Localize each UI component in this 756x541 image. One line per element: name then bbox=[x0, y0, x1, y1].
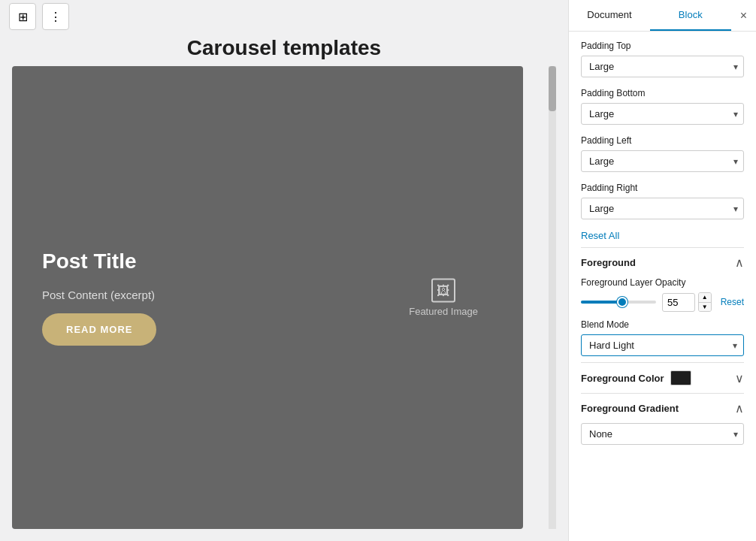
padding-right-group: Padding Right Large None Small Medium X-… bbox=[581, 183, 744, 219]
foreground-color-section-header[interactable]: Foreground Color ∨ bbox=[581, 362, 744, 393]
tab-block[interactable]: Block bbox=[650, 0, 731, 31]
scroll-thumb bbox=[549, 66, 556, 111]
padding-right-label: Padding Right bbox=[581, 183, 744, 193]
featured-image-label: Featured Image bbox=[409, 306, 478, 317]
padding-bottom-label: Padding Bottom bbox=[581, 88, 744, 98]
blend-mode-select-wrapper: Normal Multiply Screen Overlay Darken Li… bbox=[581, 334, 744, 356]
sidebar-tabs: Document Block × bbox=[569, 0, 756, 32]
chevron-down-icon: ∨ bbox=[735, 371, 744, 385]
grid-view-button[interactable]: ⊞ bbox=[9, 3, 36, 30]
gradient-value-group: None ▾ bbox=[581, 423, 744, 445]
padding-bottom-group: Padding Bottom Large None Small Medium X… bbox=[581, 88, 744, 125]
reset-all-link[interactable]: Reset All bbox=[581, 230, 744, 241]
scroll-track[interactable] bbox=[549, 66, 556, 529]
post-title: Post Title bbox=[42, 249, 156, 274]
slider-fill bbox=[581, 301, 622, 304]
grid-icon: ⊞ bbox=[18, 10, 28, 24]
sidebar: Document Block × Padding Top Large None … bbox=[568, 0, 756, 541]
opacity-input-group: ▲ ▼ bbox=[662, 292, 712, 312]
opacity-label: Foreground Layer Opacity bbox=[581, 277, 744, 288]
more-icon: ⋮ bbox=[50, 10, 62, 24]
blend-mode-label: Blend Mode bbox=[581, 319, 744, 330]
foreground-color-label: Foreground Color bbox=[581, 373, 664, 384]
padding-left-select[interactable]: Large None Small Medium X-Large bbox=[581, 150, 744, 172]
gradient-select[interactable]: None bbox=[581, 423, 744, 445]
foreground-gradient-section-header[interactable]: Foreground Gradient ∧ bbox=[581, 393, 744, 423]
padding-top-label: Padding Top bbox=[581, 41, 744, 51]
foreground-color-left: Foreground Color bbox=[581, 370, 691, 385]
opacity-reset-link[interactable]: Reset bbox=[721, 297, 744, 307]
carousel-block: Post Title Post Content (excerpt) READ M… bbox=[12, 66, 523, 529]
padding-left-group: Padding Left Large None Small Medium X-L… bbox=[581, 135, 744, 172]
foreground-section-label: Foreground bbox=[581, 257, 636, 268]
post-excerpt: Post Content (excerpt) bbox=[42, 289, 156, 301]
more-options-button[interactable]: ⋮ bbox=[42, 3, 69, 30]
padding-bottom-select[interactable]: Large None Small Medium X-Large bbox=[581, 103, 744, 125]
foreground-section-header[interactable]: Foreground ∧ bbox=[581, 247, 744, 277]
sidebar-body: Padding Top Large None Small Medium X-La… bbox=[569, 32, 756, 464]
padding-right-select[interactable]: Large None Small Medium X-Large bbox=[581, 198, 744, 219]
read-more-button[interactable]: READ MORE bbox=[42, 313, 156, 346]
opacity-slider-track[interactable] bbox=[581, 301, 656, 304]
padding-top-group: Padding Top Large None Small Medium X-La… bbox=[581, 41, 744, 77]
featured-image-area: 🖼 Featured Image bbox=[409, 279, 478, 317]
padding-bottom-select-wrapper: Large None Small Medium X-Large ▾ bbox=[581, 103, 744, 125]
padding-top-select[interactable]: Large None Small Medium X-Large bbox=[581, 56, 744, 77]
image-icon: 🖼 bbox=[431, 279, 455, 303]
gradient-select-wrapper: None ▾ bbox=[581, 423, 744, 445]
foreground-gradient-label: Foreground Gradient bbox=[581, 403, 679, 414]
close-button[interactable]: × bbox=[731, 0, 756, 31]
tab-document[interactable]: Document bbox=[569, 0, 650, 31]
opacity-row: ▲ ▼ Reset bbox=[581, 292, 744, 312]
chevron-up-icon: ∧ bbox=[735, 401, 744, 416]
opacity-input[interactable] bbox=[662, 293, 695, 312]
padding-left-select-wrapper: Large None Small Medium X-Large ▾ bbox=[581, 150, 744, 172]
padding-left-label: Padding Left bbox=[581, 135, 744, 146]
foreground-section-content: Foreground Layer Opacity ▲ ▼ Reset Blend… bbox=[581, 277, 744, 362]
chevron-up-icon: ∧ bbox=[735, 255, 744, 270]
slider-thumb bbox=[617, 297, 627, 307]
blend-mode-select[interactable]: Normal Multiply Screen Overlay Darken Li… bbox=[582, 335, 743, 355]
spin-down-button[interactable]: ▼ bbox=[699, 302, 711, 311]
foreground-color-swatch[interactable] bbox=[670, 370, 691, 385]
padding-right-select-wrapper: Large None Small Medium X-Large ▾ bbox=[581, 198, 744, 219]
carousel-content: Post Title Post Content (excerpt) READ M… bbox=[42, 249, 156, 346]
spin-up-button[interactable]: ▲ bbox=[699, 293, 711, 302]
padding-top-select-wrapper: Large None Small Medium X-Large ▾ bbox=[581, 56, 744, 77]
opacity-spinners: ▲ ▼ bbox=[698, 292, 712, 312]
page-title: Carousel templates bbox=[0, 33, 568, 66]
